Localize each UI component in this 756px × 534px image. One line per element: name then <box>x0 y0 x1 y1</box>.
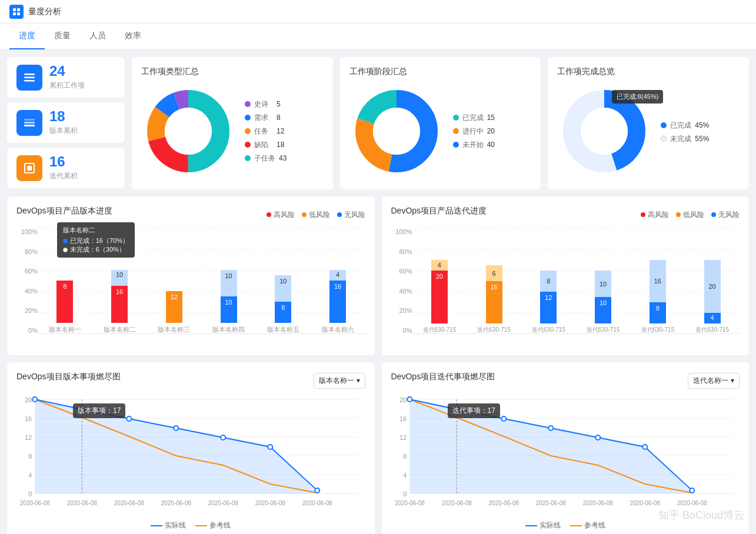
tab-efficiency[interactable]: 效率 <box>115 24 151 49</box>
svg-point-72 <box>690 488 694 493</box>
svg-text:20: 20 <box>399 396 407 403</box>
workitems-info: 24 累积工作项 <box>49 64 85 91</box>
svg-rect-2 <box>13 12 16 15</box>
subtask-val: 43 <box>279 154 287 162</box>
svg-text:2020-06-08: 2020-06-08 <box>302 500 333 506</box>
svg-rect-5 <box>24 76 35 78</box>
svg-text:2020-06-08: 2020-06-08 <box>630 500 660 506</box>
iteration-ref-legend: 参考线 <box>570 520 605 530</box>
iter-low-risk: 低风险 <box>676 210 704 220</box>
iteration-label: 迭代累积 <box>49 171 78 181</box>
req-label: 需求 <box>254 113 273 123</box>
ref-line-icon <box>195 525 207 526</box>
low-risk-dot <box>302 212 307 217</box>
svg-point-43 <box>268 445 272 449</box>
version-no-risk: 无风险 <box>337 210 365 220</box>
svg-point-38 <box>32 397 37 402</box>
row-1: 24 累积工作项 18 版本累积 <box>7 57 749 189</box>
done-val: 15 <box>487 114 495 122</box>
svg-rect-3 <box>17 12 20 15</box>
legend-notstarted: 未开始 40 <box>453 140 495 150</box>
version-info: 18 版本累积 <box>49 109 78 136</box>
iter-group-5: 16 8 迭代630-715 <box>631 228 685 334</box>
tab-progress[interactable]: 进度 <box>9 24 45 49</box>
ver5-label: 版本名称五 <box>267 325 299 334</box>
svg-text:2020-06-08: 2020-06-08 <box>535 500 566 506</box>
iteration-risk-legend: 高风险 低风险 无风险 <box>641 210 740 220</box>
version-burndown-body: 20 16 12 8 4 0 <box>16 396 365 516</box>
version-actual-legend: 实际线 <box>151 520 186 530</box>
epic-val: 5 <box>277 100 281 108</box>
svg-rect-6 <box>24 80 35 82</box>
svg-point-41 <box>174 426 178 430</box>
row-3: DevOps项目版本事项燃尽图 版本名称一 ▾ 20 16 12 8 4 0 <box>7 362 749 534</box>
inprogress-label: 进行中 <box>462 126 484 136</box>
ver-group-6: 4 16 版本名称六 <box>311 228 365 334</box>
version-burndown-tooltip: 版本事项：17 <box>73 403 125 418</box>
iteration-burndown-legend: 实际线 参考线 <box>391 520 740 530</box>
summary-cards: 24 累积工作项 18 版本累积 <box>7 57 125 189</box>
svg-point-66 <box>407 397 412 402</box>
svg-point-40 <box>126 416 131 421</box>
version-burndown-title: DevOps项目版本事项燃尽图 <box>16 372 121 382</box>
svg-text:2020-06-08: 2020-06-08 <box>114 500 145 506</box>
iteration-burndown-header: DevOps项目迭代事项燃尽图 迭代名称一 ▾ <box>391 372 740 389</box>
app-icon <box>9 5 24 19</box>
svg-text:4: 4 <box>403 472 407 479</box>
legend-complete-done: 已完成 45% <box>661 121 709 131</box>
svg-text:2020-06-08: 2020-06-08 <box>488 500 519 506</box>
iteration-select[interactable]: 迭代名称一 ▾ <box>688 373 740 389</box>
svg-text:2020-06-08: 2020-06-08 <box>161 500 192 506</box>
app-title: 量度分析 <box>28 6 61 17</box>
work-complete-chart: 工作项完成总览 已完成:8(45%) <box>548 57 749 189</box>
svg-point-42 <box>221 435 225 440</box>
work-phase-title: 工作项阶段汇总 <box>349 66 532 77</box>
version-select[interactable]: 版本名称一 ▾ <box>314 373 365 389</box>
svg-rect-1 <box>17 8 20 11</box>
header: 量度分析 <box>0 0 756 24</box>
iter-high-risk: 高风险 <box>641 210 669 220</box>
version-bars-container: 100% 80% 60% 40% 20% 0% <box>16 228 365 346</box>
iteration-burndown-svg: 20 16 12 8 4 0 <box>391 396 740 514</box>
workitems-label: 累积工作项 <box>49 81 85 91</box>
summary-card-workitems: 24 累积工作项 <box>7 57 125 98</box>
notstarted-val: 40 <box>487 141 495 149</box>
req-val: 8 <box>277 114 281 122</box>
iteration-burndown-body: 20 16 12 8 4 0 <box>391 396 740 516</box>
subtask-label: 子任务 <box>254 153 275 163</box>
legend-complete-undone: 未完成 55% <box>661 134 709 144</box>
req-dot <box>245 115 251 121</box>
summary-card-iteration: 16 迭代累积 <box>7 148 125 188</box>
done-label: 已完成 <box>462 113 484 123</box>
tab-people[interactable]: 人员 <box>80 24 115 49</box>
ver2-label: 版本名称二 <box>104 325 136 334</box>
iteration-progress-title: DevOps项目产品迭代进度 <box>391 206 487 216</box>
complete-legend: 已完成 45% 未完成 55% <box>661 121 709 144</box>
version-burndown-card: DevOps项目版本事项燃尽图 版本名称一 ▾ 20 16 12 8 4 0 <box>7 362 375 534</box>
iteration-actual-legend: 实际线 <box>525 520 561 530</box>
iter-y-axis: 100% 80% 60% 40% 20% 0% <box>391 228 412 346</box>
svg-rect-9 <box>24 119 35 121</box>
iteration-progress-header: DevOps项目产品迭代进度 高风险 低风险 无风险 <box>391 206 740 223</box>
ver2-tooltip: 版本名称二 已完成：16（70%） 未完成：6（30%） <box>57 222 135 258</box>
task-val: 12 <box>277 127 284 135</box>
svg-point-24 <box>581 108 628 155</box>
svg-rect-11 <box>27 166 32 171</box>
iter-group-2: 6 16 迭代630-715 <box>467 228 521 334</box>
svg-point-68 <box>501 416 506 421</box>
version-icon <box>16 110 42 136</box>
legend-defect: 缺陷 18 <box>245 140 287 150</box>
legend-task: 任务 12 <box>245 126 287 136</box>
complete-done-label: 已完成 <box>670 121 691 131</box>
version-num: 18 <box>49 109 78 124</box>
svg-text:16: 16 <box>399 415 407 422</box>
complete-done-pct: 45% <box>695 121 709 129</box>
work-type-title: 工作项类型汇总 <box>141 66 324 77</box>
tab-quality[interactable]: 质量 <box>45 24 80 49</box>
iteration-bars-container: 100% 80% 60% 40% 20% 0% <box>391 228 740 346</box>
iter-group-6: 20 4 迭代630-715 <box>685 228 740 334</box>
svg-text:0: 0 <box>28 490 32 498</box>
version-label: 版本累积 <box>49 126 78 136</box>
iter-group-1: 4 20 迭代630-715 <box>412 228 467 334</box>
work-type-chart: 工作项类型汇总 史诗 5 <box>132 57 333 189</box>
